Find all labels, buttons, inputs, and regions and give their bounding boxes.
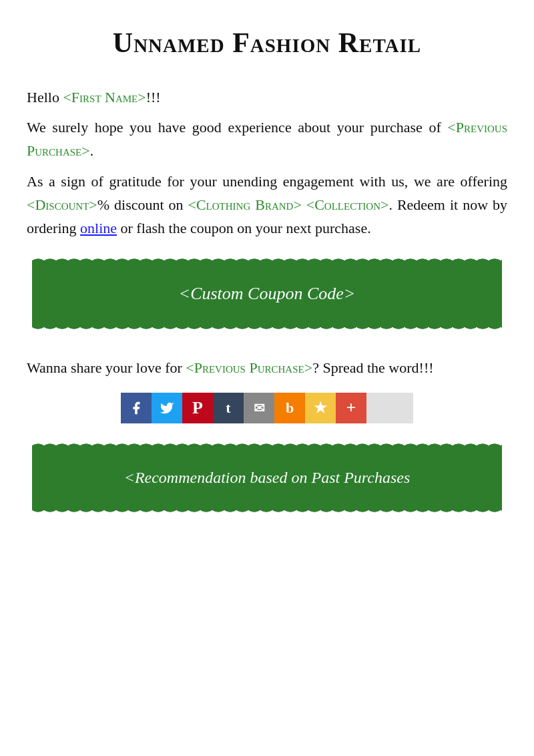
body2-prefix: As a sign of gratitude for your unending… [27, 173, 507, 190]
recommendation-box: <Recommendation based on Past Purchases [32, 443, 502, 512]
greeting-suffix: !!! [146, 89, 161, 106]
first-name-placeholder: <First Name> [63, 89, 146, 106]
tumblr-icon[interactable]: t [213, 393, 244, 423]
body2-middle: % discount on [97, 196, 188, 213]
twitter-icon[interactable] [152, 393, 182, 423]
coupon-code-text: <Custom Coupon Code> [179, 284, 356, 303]
email-icon[interactable]: ✉ [244, 393, 274, 423]
discount-placeholder: <Discount> [27, 196, 97, 213]
clothing-brand-placeholder: <Clothing Brand> [188, 196, 302, 213]
body1-suffix: . [90, 142, 94, 159]
online-link[interactable]: online [80, 220, 117, 236]
blank-icon [366, 393, 413, 423]
collection-placeholder: <Collection> [306, 196, 389, 213]
recommendation-text: <Recommendation based on Past Purchases [124, 469, 411, 486]
share-text-suffix: ? Spread the word!!! [312, 359, 433, 376]
body-paragraph-1: We surely hope you have good experience … [27, 116, 507, 162]
body-paragraph-2: As a sign of gratitude for your unending… [27, 170, 507, 240]
share-previous-purchase: <Previous Purchase> [186, 359, 312, 376]
greeting-text: Hello [27, 89, 63, 106]
blogger-icon[interactable]: b [274, 393, 305, 423]
body2-end: or flash the coupon on your next purchas… [117, 220, 371, 236]
recommendation-content: <Recommendation based on Past Purchases [32, 443, 502, 512]
share-paragraph: Wanna share your love for <Previous Purc… [27, 356, 507, 379]
pinterest-icon[interactable]: P [182, 393, 213, 423]
star-icon[interactable]: ★ [305, 393, 336, 423]
page-title: Unnamed Fashion Retail [27, 27, 507, 59]
plus-icon[interactable]: + [336, 393, 366, 423]
facebook-icon[interactable] [121, 393, 152, 423]
share-text-prefix: Wanna share your love for [27, 359, 186, 376]
greeting-paragraph: Hello <First Name>!!! [27, 85, 507, 109]
body1-text: We surely hope you have good experience … [27, 119, 447, 136]
coupon-box: <Custom Coupon Code> [32, 258, 502, 329]
coupon-content: <Custom Coupon Code> [32, 258, 502, 329]
social-icons-row: P t ✉ b ★ + [27, 393, 507, 423]
